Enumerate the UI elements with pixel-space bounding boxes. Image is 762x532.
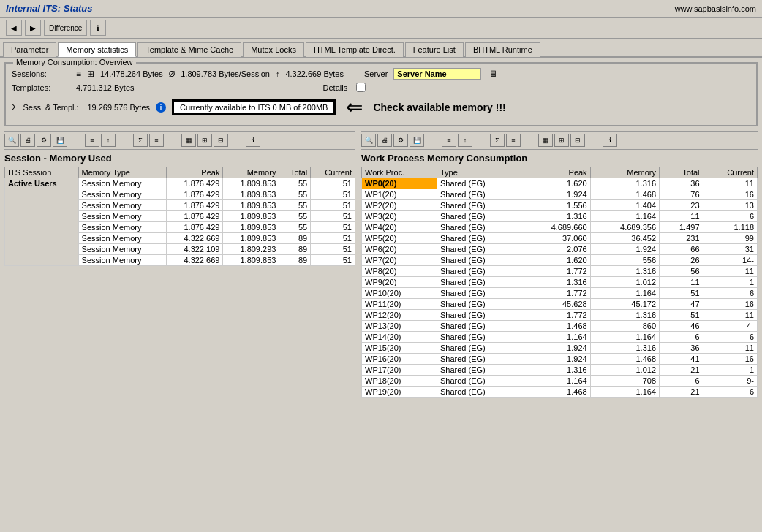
back-button[interactable]: ◀ <box>6 20 22 36</box>
table-cell: 1.468 <box>521 387 590 398</box>
tab-html-template-direct[interactable]: HTML Template Direct. <box>306 42 404 57</box>
right-col-btn[interactable]: ≡ <box>442 134 456 147</box>
table-cell: 11 <box>703 266 757 277</box>
table-cell: 1.468 <box>521 321 590 332</box>
table-cell: WP3(20) <box>362 211 437 222</box>
table-cell: 36 <box>660 343 703 354</box>
right-header-row: Work Proc. Type Peak Memory Total Curren… <box>362 167 758 178</box>
server-name-input[interactable] <box>393 68 481 80</box>
table-cell: Session Memory <box>78 255 167 266</box>
right-refresh-btn[interactable]: 🔍 <box>361 134 376 147</box>
table-cell: 23 <box>660 200 703 211</box>
right-sort-btn[interactable]: ↕ <box>458 134 472 147</box>
left-grid-btn[interactable]: ⊞ <box>197 134 212 147</box>
table-cell: 45.628 <box>521 299 590 310</box>
table-cell: Shared (EG) <box>437 277 521 288</box>
left-save-btn[interactable]: 💾 <box>53 134 67 147</box>
right-export-btn[interactable]: ▦ <box>538 134 553 147</box>
table-cell: 1.497 <box>660 222 703 233</box>
table-row: WP6(20)Shared (EG)2.0761.9246631 <box>362 244 758 255</box>
tab-feature-list[interactable]: Feature List <box>405 42 464 57</box>
sessions-row: Sessions: ≡ ⊞ 14.478.264 Bytes Ø 1.809.7… <box>12 66 750 81</box>
left-info-btn[interactable]: ℹ <box>246 134 260 147</box>
right-section-title: Work Process Memory Consumption <box>361 153 758 164</box>
right-save-btn[interactable]: 💾 <box>410 134 424 147</box>
forward-button[interactable]: ▶ <box>25 20 41 36</box>
table-cell: 1 <box>703 277 757 288</box>
table-cell: 4.689.660 <box>521 222 590 233</box>
tab-parameter[interactable]: Parameter <box>3 42 56 57</box>
table-cell: Shared (EG) <box>437 266 521 277</box>
right-sum-btn[interactable]: Σ <box>490 134 505 147</box>
table-row: WP2(20)Shared (EG)1.5561.4042313 <box>362 200 758 211</box>
left-refresh-btn[interactable]: 🔍 <box>4 134 19 147</box>
tab-memory-statistics[interactable]: Memory statistics <box>58 42 136 57</box>
panels-container: 🔍 🖨 ⚙ 💾 ≡ ↕ Σ ≡ ▦ ⊞ ⊟ ℹ Session - Memory… <box>4 131 758 398</box>
table-cell: 556 <box>590 255 659 266</box>
table-cell: 21 <box>660 387 703 398</box>
left-table-btn[interactable]: ⊟ <box>214 134 228 147</box>
table-cell: WP2(20) <box>362 200 437 211</box>
table-cell: WP10(20) <box>362 288 437 299</box>
table-cell: 231 <box>660 233 703 244</box>
table-cell: 1.809.853 <box>223 255 279 266</box>
left-col-btn[interactable]: ≡ <box>85 134 99 147</box>
col-memory: Memory <box>223 167 279 178</box>
right-filter-btn[interactable]: ⚙ <box>393 134 408 147</box>
table-cell: 55 <box>279 222 311 233</box>
table-cell: 4.322.669 <box>167 255 223 266</box>
table-row: WP9(20)Shared (EG)1.3161.012111 <box>362 277 758 288</box>
right-info-btn[interactable]: ℹ <box>603 134 617 147</box>
left-sort-btn[interactable]: ↕ <box>101 134 116 147</box>
right-calc-btn[interactable]: ≡ <box>506 134 521 147</box>
sessions-icon: ≡ <box>76 69 81 79</box>
tab-template-mime-cache[interactable]: Template & Mime Cache <box>137 42 241 57</box>
right-panel: 🔍 🖨 ⚙ 💾 ≡ ↕ Σ ≡ ▦ ⊞ ⊟ ℹ Work Process Mem… <box>361 131 758 398</box>
table-cell: WP1(20) <box>362 189 437 200</box>
left-action-toolbar: 🔍 🖨 ⚙ 💾 ≡ ↕ Σ ≡ ▦ ⊞ ⊟ ℹ <box>4 131 355 150</box>
table-cell: WP11(20) <box>362 299 437 310</box>
difference-button[interactable]: Difference <box>44 20 87 36</box>
table-cell: 1.012 <box>590 277 659 288</box>
table-cell: Session Memory <box>78 200 167 211</box>
left-filter-btn[interactable]: ⚙ <box>37 134 51 147</box>
table-cell: WP14(20) <box>362 332 437 343</box>
table-cell: 860 <box>590 321 659 332</box>
right-sep1 <box>426 134 440 147</box>
table-cell: Shared (EG) <box>437 376 521 387</box>
table-cell: 89 <box>279 244 311 255</box>
table-cell: 51 <box>311 255 355 266</box>
left-sum-btn[interactable]: Σ <box>133 134 148 147</box>
table-row: WP8(20)Shared (EG)1.7721.3165611 <box>362 266 758 277</box>
table-cell: 1.772 <box>521 288 590 299</box>
col-current: Current <box>703 167 757 178</box>
table-cell: Shared (EG) <box>437 299 521 310</box>
tab-bhtml-runtime[interactable]: BHTML Runtime <box>465 42 540 57</box>
left-print-btn[interactable]: 🖨 <box>20 134 35 147</box>
active-users-cell: Active Users <box>5 178 79 266</box>
right-grid-btn[interactable]: ⊞ <box>554 134 569 147</box>
right-table-btn[interactable]: ⊟ <box>570 134 585 147</box>
left-calc-btn[interactable]: ≡ <box>149 134 164 147</box>
table-cell: 1.556 <box>521 200 590 211</box>
table-cell: 1.772 <box>521 266 590 277</box>
tab-mutex-locks[interactable]: Mutex Locks <box>243 42 304 57</box>
table-cell: 1 <box>703 365 757 376</box>
table-cell: 51 <box>660 288 703 299</box>
details-checkbox[interactable] <box>356 83 366 92</box>
right-sep2 <box>474 134 488 147</box>
info-button[interactable]: ℹ <box>90 20 106 36</box>
table-row: WP0(20)Shared (EG)1.6201.3163611 <box>362 178 758 189</box>
left-export-btn[interactable]: ▦ <box>181 134 196 147</box>
table-cell: Session Memory <box>78 222 167 233</box>
table-cell: 9- <box>703 376 757 387</box>
info-icon[interactable]: i <box>156 102 166 113</box>
table-cell: WP19(20) <box>362 387 437 398</box>
table-cell: 89 <box>279 233 311 244</box>
table-row: WP7(20)Shared (EG)1.6205562614- <box>362 255 758 266</box>
table-row: WP14(20)Shared (EG)1.1641.16466 <box>362 332 758 343</box>
table-cell: Shared (EG) <box>437 222 521 233</box>
table-cell: 6 <box>703 332 757 343</box>
right-print-btn[interactable]: 🖨 <box>377 134 392 147</box>
table-cell: 4.322.669 <box>167 233 223 244</box>
